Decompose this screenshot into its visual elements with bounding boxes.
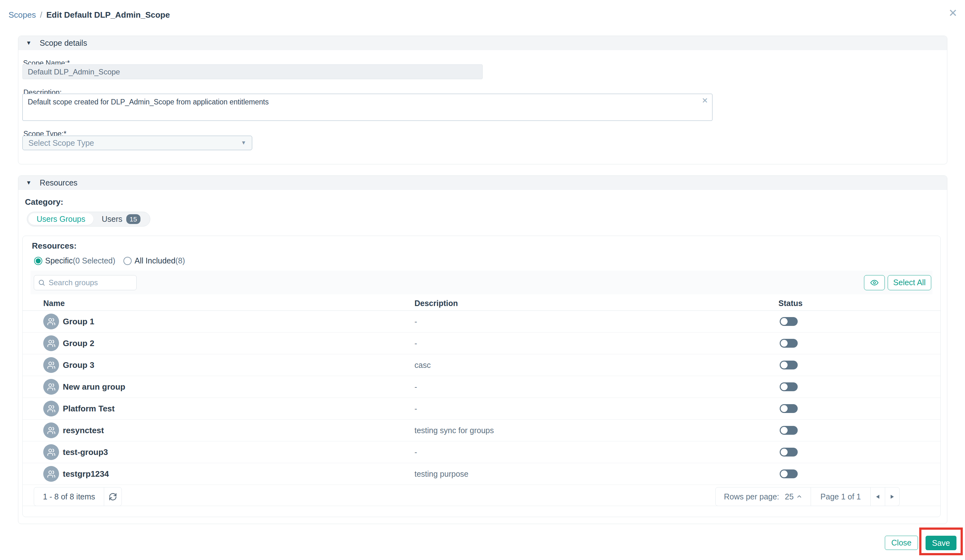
items-count-label: 1 - 8 of 8 items: [34, 487, 104, 506]
save-button[interactable]: Save: [926, 536, 957, 550]
status-toggle[interactable]: [780, 426, 798, 435]
table-row: Group 2 -: [23, 333, 940, 354]
table-row: Group 3 casc: [23, 354, 940, 376]
previous-page-button[interactable]: [870, 487, 885, 506]
description-field[interactable]: Default scope created for DLP_Admin_Scop…: [23, 94, 713, 121]
group-avatar: [43, 357, 59, 373]
group-avatar: [43, 444, 59, 460]
group-avatar: [43, 401, 59, 416]
toggle-knob: [781, 383, 788, 390]
resource-mode-radios: Specific (0 Selected) All Included (8): [34, 256, 185, 265]
pagination-group: Rows per page: 25 Page 1 of 1: [715, 487, 900, 506]
column-name: Name: [43, 299, 65, 308]
tab-users[interactable]: Users 15: [93, 213, 149, 225]
category-label: Category:: [25, 197, 63, 207]
resources-header[interactable]: ▼ Resources: [18, 176, 947, 190]
group-avatar: [43, 423, 59, 438]
group-description: -: [414, 382, 417, 392]
group-avatar: [43, 379, 59, 395]
close-icon[interactable]: ✕: [949, 8, 958, 18]
group-description: -: [414, 448, 417, 457]
group-name: resynctest: [63, 426, 104, 435]
collapse-caret-icon[interactable]: ▼: [26, 180, 31, 186]
group-description: casc: [414, 361, 430, 370]
breadcrumb-scopes-link[interactable]: Scopes: [8, 10, 36, 20]
users-icon: [47, 361, 56, 369]
resources-card: ▼ Resources Category: Users Groups Users…: [18, 175, 947, 524]
table-row: resynctest testing sync for groups: [23, 420, 940, 441]
status-toggle[interactable]: [780, 361, 798, 369]
group-name: testgrp1234: [63, 469, 109, 479]
page-indicator: Page 1 of 1: [811, 487, 870, 506]
tab-users-groups[interactable]: Users Groups: [28, 213, 93, 225]
tab-users-label: Users: [101, 214, 122, 224]
status-toggle[interactable]: [780, 317, 798, 326]
table-body: Group 1 - Group 2 - Group 3 casc New aru…: [23, 311, 940, 485]
next-page-icon: [890, 495, 894, 499]
search-icon: [38, 279, 46, 286]
refresh-icon: [109, 493, 117, 501]
search-groups-input[interactable]: [49, 278, 132, 287]
eye-icon: [870, 278, 879, 287]
rows-per-page-label: Rows per page:: [724, 492, 779, 501]
radio-specific[interactable]: [34, 257, 42, 265]
toggle-knob: [781, 340, 788, 347]
group-description: -: [414, 404, 417, 413]
rows-per-page-control[interactable]: Rows per page: 25: [716, 487, 811, 506]
status-toggle[interactable]: [780, 448, 798, 457]
toggle-knob: [781, 318, 788, 325]
resources-label: Resources:: [32, 241, 77, 251]
tab-users-groups-label: Users Groups: [37, 214, 85, 224]
status-toggle[interactable]: [780, 339, 798, 348]
radio-all-included-label: All Included: [134, 256, 175, 265]
rows-per-page-value: 25: [785, 492, 793, 501]
scope-details-title: Scope details: [40, 39, 87, 47]
group-description: -: [414, 339, 417, 348]
group-avatar: [43, 335, 59, 351]
toggle-knob: [781, 362, 788, 369]
users-icon: [47, 317, 56, 326]
users-icon: [47, 383, 56, 391]
users-count-badge: 15: [126, 214, 141, 224]
clear-description-icon[interactable]: ✕: [702, 96, 708, 105]
group-name: Group 2: [63, 338, 94, 348]
status-toggle[interactable]: [780, 469, 798, 478]
refresh-button[interactable]: [104, 487, 121, 506]
chevron-down-icon: ▼: [241, 140, 246, 146]
group-avatar: [43, 313, 59, 329]
page-title: Edit Default DLP_Admin_Scope: [46, 10, 170, 20]
table-row: Group 1 -: [23, 311, 940, 333]
preview-selection-button[interactable]: [864, 275, 885, 290]
items-count-group: 1 - 8 of 8 items: [34, 487, 122, 506]
next-page-button[interactable]: [885, 487, 900, 506]
group-name: test-group3: [63, 447, 108, 457]
table-row: test-group3 -: [23, 441, 940, 463]
users-icon: [47, 426, 56, 435]
status-toggle[interactable]: [780, 404, 798, 413]
users-icon: [47, 470, 56, 478]
select-all-button[interactable]: Select All: [888, 275, 931, 290]
group-name: Group 1: [63, 317, 94, 327]
close-button[interactable]: Close: [885, 536, 918, 550]
radio-all-included[interactable]: [123, 257, 132, 265]
chevron-up-icon: [796, 493, 802, 500]
description-field-wrap: Default scope created for DLP_Admin_Scop…: [23, 94, 713, 121]
group-description: testing purpose: [414, 469, 468, 478]
toggle-knob: [781, 405, 788, 412]
breadcrumb-separator: /: [40, 10, 42, 20]
table-header: Name Description Status: [23, 297, 940, 311]
column-description: Description: [414, 299, 458, 308]
group-description: -: [414, 317, 417, 326]
scope-type-placeholder: Select Scope Type: [28, 139, 94, 148]
table-row: testgrp1234 testing purpose: [23, 463, 940, 485]
status-toggle[interactable]: [780, 382, 798, 391]
scope-type-select[interactable]: Select Scope Type ▼: [23, 136, 252, 150]
group-name: Platform Test: [63, 404, 114, 414]
collapse-caret-icon[interactable]: ▼: [26, 40, 31, 46]
scope-details-header[interactable]: ▼ Scope details: [18, 36, 947, 50]
table-toolbar: Select All: [31, 271, 932, 294]
search-groups-box: [34, 275, 137, 290]
scope-name-field[interactable]: [23, 64, 483, 79]
group-name: New arun group: [63, 382, 125, 392]
column-status: Status: [779, 299, 802, 308]
